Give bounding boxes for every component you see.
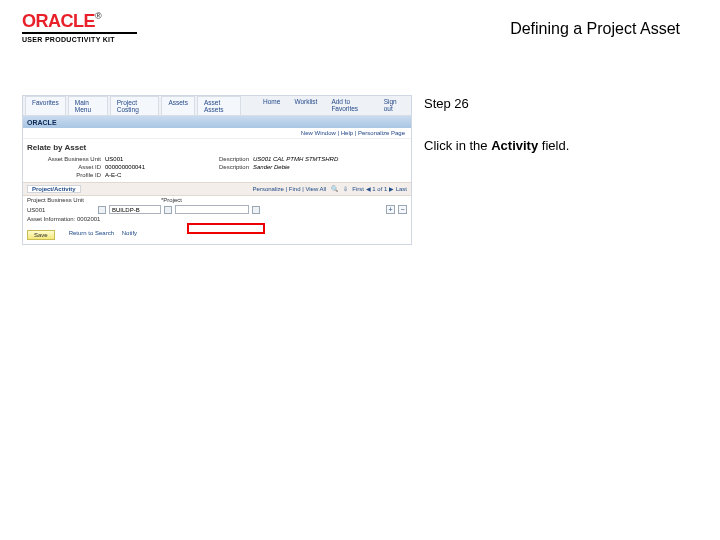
- section-title: Relate by Asset: [23, 139, 411, 154]
- nav-link[interactable]: Worklist: [288, 96, 323, 115]
- brand-name: ORACLE: [22, 11, 95, 31]
- screenshot-column: Favorites Main Menu Project Costing Asse…: [0, 95, 420, 245]
- lookup-icon[interactable]: [164, 206, 172, 214]
- step-number: Step 26: [424, 95, 720, 113]
- footer-links: Return to Search Notify: [59, 230, 141, 240]
- grid-labels-row: Project Business Unit *Project: [23, 196, 411, 204]
- brand-subtitle: USER PRODUCTIVITY KIT: [22, 36, 137, 43]
- brand-logo: ORACLE®: [22, 12, 137, 30]
- nav-item[interactable]: Main Menu: [68, 96, 108, 115]
- asset-info-row: Asset Information: 0002001: [23, 215, 411, 226]
- notify-link[interactable]: Notify: [122, 230, 137, 236]
- profile-label: Profile ID: [31, 172, 101, 178]
- lookup-icon[interactable]: [98, 206, 106, 214]
- grid-data-row: US001 + −: [23, 204, 411, 215]
- document-header: ORACLE® USER PRODUCTIVITY KIT Defining a…: [0, 0, 720, 45]
- nav-item[interactable]: Assets: [161, 96, 195, 115]
- activity-field[interactable]: [175, 205, 249, 214]
- header-fields: Asset Business Unit US001 Description US…: [23, 154, 411, 182]
- grid-tab[interactable]: Project/Activity: [27, 185, 81, 193]
- brand-trademark: ®: [95, 11, 101, 21]
- instruction-column: Step 26 Click in the Activity field.: [420, 95, 720, 155]
- nav-link[interactable]: Add to Favorites: [325, 96, 375, 115]
- lookup-icon[interactable]: [252, 206, 260, 214]
- save-button[interactable]: Save: [27, 230, 55, 240]
- nav-link[interactable]: Home: [257, 96, 286, 115]
- assetid-label: Asset ID: [31, 164, 101, 170]
- app-utility-links[interactable]: New Window | Help | Personalize Page: [23, 128, 411, 139]
- return-to-search-link[interactable]: Return to Search: [69, 230, 114, 236]
- download-icon[interactable]: ⇩: [343, 186, 348, 192]
- delete-row-icon[interactable]: −: [398, 205, 407, 214]
- add-row-icon[interactable]: +: [386, 205, 395, 214]
- project-field[interactable]: [109, 205, 161, 214]
- grid-tools[interactable]: Personalize | Find | View All 🔍 ⇩ First …: [250, 185, 407, 193]
- nav-item[interactable]: Project Costing: [110, 96, 160, 115]
- field-name: Activity: [491, 138, 538, 153]
- pbu-value: US001: [27, 207, 95, 213]
- app-screenshot: Favorites Main Menu Project Costing Asse…: [22, 95, 420, 245]
- bu-label: Asset Business Unit: [31, 156, 101, 162]
- pbu-label: Project Business Unit: [27, 197, 95, 203]
- document-title: Defining a Project Asset: [510, 12, 680, 38]
- step-instruction: Click in the Activity field.: [424, 137, 720, 155]
- subbar-brand: ORACLE: [27, 119, 57, 126]
- desc2-value: Sander Debie: [253, 164, 403, 170]
- grid-header: Project/Activity Personalize | Find | Vi…: [23, 182, 411, 196]
- content-area: Favorites Main Menu Project Costing Asse…: [0, 45, 720, 245]
- brand-rule: [22, 32, 137, 34]
- nav-item[interactable]: Favorites: [25, 96, 66, 115]
- app-subbar: ORACLE: [23, 116, 411, 128]
- bu-value: US001: [105, 156, 185, 162]
- nav-link[interactable]: Sign out: [378, 96, 409, 115]
- app-breadcrumb: Favorites Main Menu Project Costing Asse…: [23, 96, 411, 116]
- desc1-value: US001 CAL PTMH STMTSHRD: [253, 156, 403, 162]
- zoom-icon[interactable]: 🔍: [331, 186, 338, 192]
- nav-item[interactable]: Asset Assets: [197, 96, 241, 115]
- brand-block: ORACLE® USER PRODUCTIVITY KIT: [22, 12, 137, 43]
- assetid-value: 000000000041: [105, 164, 185, 170]
- desc2-label: Description: [189, 164, 249, 170]
- nav-spacer: [243, 96, 255, 115]
- profile-value: A-E-C: [105, 172, 185, 178]
- project-label: *Project: [161, 197, 197, 203]
- desc1-label: Description: [189, 156, 249, 162]
